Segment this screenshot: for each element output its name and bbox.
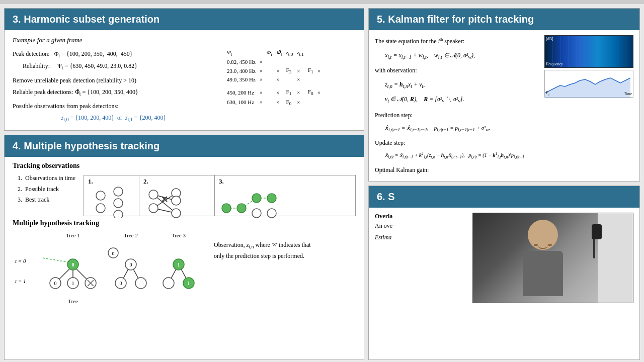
section-5-header: 5. Kalman filter for pitch tracking (369, 9, 639, 30)
row3-zt1: × (295, 75, 306, 83)
section-6: 6. S Overla An ove Estima (368, 186, 640, 360)
diag-svg-2 (143, 186, 209, 218)
person-body (523, 251, 563, 296)
obs-item-3: 3. Best track (18, 195, 75, 206)
eq3-line: vt ∈ 𝒩(0, R), R = [σ²v ⋱ σ²v]. (385, 93, 539, 106)
peak-detection-line: Peak detection: Φt = {100, 200, 350, 400… (13, 48, 215, 60)
svg-point-19 (222, 204, 231, 213)
row5-phi (265, 98, 274, 107)
svg-point-23 (252, 209, 261, 218)
formula-table: Ψt Φt Φ̂t zt,0 zt,1 0.82, 450 Hz × (225, 48, 323, 107)
row2-phi (265, 66, 274, 75)
svg-text:1: 1 (178, 262, 180, 267)
obs-item-1: 1. Observations in time (18, 173, 75, 184)
svg-point-4 (114, 210, 123, 218)
svg-point-3 (114, 199, 123, 208)
row3-x1: × (258, 75, 265, 83)
tree-word: Tree (68, 298, 78, 304)
webcam-bg (473, 213, 633, 303)
diag-part-3: 3. (215, 175, 290, 216)
row1-psi: 0.82, 450 Hz (225, 58, 258, 66)
right-panel: 5. Kalman filter for pitch tracking The … (367, 4, 644, 362)
section-5: 5. Kalman filter for pitch tracking The … (368, 8, 640, 182)
tracking-content: 1. Observations in time 2. Possible trac… (13, 173, 356, 216)
left-panel: 3. Harmonic subset generation Example fo… (0, 4, 367, 362)
row1-phihat (274, 58, 284, 66)
main-content: 3. Harmonic subset generation Example fo… (0, 4, 644, 362)
svg-point-11 (149, 190, 158, 199)
tree1-label: Tree 1 (66, 232, 80, 238)
mht-content: t = 0 t = 1 Tree 1 (13, 230, 356, 308)
row4-phi (265, 87, 274, 97)
svg-text:1: 1 (188, 281, 190, 286)
section-5-body: The state equation for the ith speaker: … (369, 30, 639, 181)
trees-svg: t = 0 t = 1 Tree 1 (13, 230, 209, 306)
row2-x2: × (295, 66, 306, 75)
top-bar (0, 0, 644, 4)
mht-description: Observation, zt,n where '×' indicates th… (214, 230, 356, 308)
row1-phi (265, 58, 274, 66)
svg-marker-54 (545, 78, 630, 98)
eq4-line: x̂i,t|t−1 = x̂i,t−1|t−1, pi,t|t−1 = pi,t… (385, 122, 539, 135)
svg-point-15 (172, 209, 181, 218)
overlap-line: Overla (375, 213, 467, 220)
frequency-chart (545, 70, 633, 98)
row2-x3: × (315, 66, 323, 75)
svg-point-12 (149, 204, 158, 213)
row4-x3: × (315, 87, 323, 97)
row2-x1: × (258, 66, 265, 75)
row4-x1: × (258, 87, 265, 97)
section-4: 4. Multiple hypothesis tracking Tracking… (4, 135, 364, 360)
estima-line: Estima (375, 234, 467, 241)
section-6-text: Overla An ove Estima (375, 213, 467, 303)
svg-point-1 (96, 204, 105, 213)
row5-x1: × (258, 98, 265, 107)
tree3-label: Tree 3 (172, 232, 186, 238)
row3-phihat: × (274, 75, 284, 83)
svg-point-0 (96, 191, 105, 200)
tree-diagram: t = 0 t = 1 Tree 1 (13, 230, 209, 308)
svg-point-14 (172, 196, 181, 205)
diagram-container: 1. (84, 175, 356, 216)
row3-phi (265, 75, 274, 83)
mht-section: Multiple hypothesis tracking t = 0 t = 1… (13, 216, 356, 308)
update-step-line: Update step: (375, 137, 539, 149)
svg-point-24 (267, 209, 276, 218)
an-ove-line: An ove (375, 222, 467, 230)
svg-point-21 (252, 194, 261, 203)
spectrogram-bottom: Pi Time (544, 70, 633, 98)
with-obs-line: with observation: (375, 64, 539, 76)
tree2-label: Tree 2 (124, 232, 138, 238)
person-head (528, 220, 558, 250)
section-3-body: Example for a given frame Peak detection… (5, 30, 364, 130)
eq5-line: x̂i,t|t = x̂i,t|t−1 + kTi,t(zt,n − ht,nx… (385, 150, 539, 162)
t0-label: t = 0 (15, 258, 26, 264)
col-zt1: zt,1 (295, 48, 306, 58)
formula-right: Ψt Φt Φ̂t zt,0 zt,1 0.82, 450 Hz × (225, 48, 356, 124)
row4-f1: F1 (284, 87, 295, 97)
tracking-observations: Tracking observations 1. Observations in… (5, 157, 364, 313)
svg-text:0: 0 (130, 262, 132, 267)
svg-point-44 (135, 278, 146, 289)
row1-zt0 (284, 58, 295, 66)
row4-f0: F0 (306, 87, 315, 97)
svg-point-2 (114, 187, 123, 196)
remove-line: Remove unreliable peak detection (reliab… (13, 75, 215, 86)
diag-num-2: 2. (143, 177, 210, 186)
row3-zt0 (284, 75, 295, 83)
reliable-line: Reliable peak detections: Φ̂t = {100, 20… (13, 86, 215, 99)
row4-x2: × (295, 87, 306, 97)
possible-line: Possible observations from peak detectio… (13, 101, 215, 112)
obs-list: 1. Observations in time 2. Possible trac… (18, 173, 75, 216)
math-content: The state equation for the ith speaker: … (375, 35, 539, 176)
svg-text:0: 0 (120, 281, 122, 286)
spectrogram-top: [dB] Frequency (544, 35, 633, 68)
row2-phihat: × (274, 66, 284, 75)
kalman-gain-line: Optimal Kalman gain: (375, 164, 539, 176)
diag-num-3: 3. (219, 177, 286, 186)
pred-step-line: Prediction step: (375, 109, 539, 121)
formula-grid: Peak detection: Φt = {100, 200, 350, 400… (13, 48, 356, 124)
row1-x1: × (258, 58, 265, 66)
formula-left: Peak detection: Φt = {100, 200, 350, 400… (13, 48, 215, 124)
obs-formula: zt,0 = {100, 200, 400} or zt,1 = {200, 4… (13, 112, 215, 124)
